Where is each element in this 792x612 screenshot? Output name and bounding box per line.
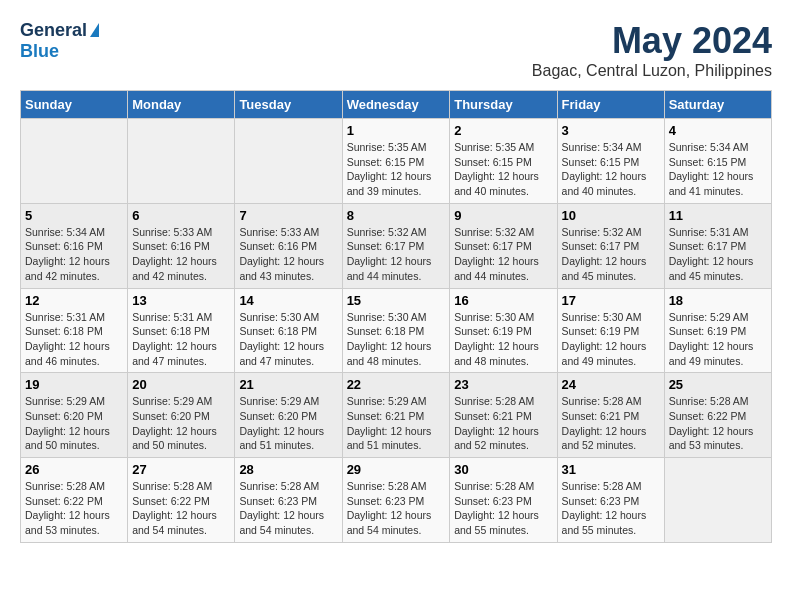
- calendar-cell: 15Sunrise: 5:30 AMSunset: 6:18 PMDayligh…: [342, 288, 450, 373]
- calendar-cell: 21Sunrise: 5:29 AMSunset: 6:20 PMDayligh…: [235, 373, 342, 458]
- calendar-cell: 31Sunrise: 5:28 AMSunset: 6:23 PMDayligh…: [557, 458, 664, 543]
- calendar-cell: 18Sunrise: 5:29 AMSunset: 6:19 PMDayligh…: [664, 288, 771, 373]
- day-number: 28: [239, 462, 337, 477]
- day-number: 9: [454, 208, 552, 223]
- day-info: Sunrise: 5:34 AMSunset: 6:15 PMDaylight:…: [562, 140, 660, 199]
- calendar-cell: 8Sunrise: 5:32 AMSunset: 6:17 PMDaylight…: [342, 203, 450, 288]
- day-number: 3: [562, 123, 660, 138]
- day-number: 12: [25, 293, 123, 308]
- day-number: 11: [669, 208, 767, 223]
- calendar-cell: 20Sunrise: 5:29 AMSunset: 6:20 PMDayligh…: [128, 373, 235, 458]
- day-info: Sunrise: 5:28 AMSunset: 6:22 PMDaylight:…: [132, 479, 230, 538]
- day-number: 8: [347, 208, 446, 223]
- day-number: 21: [239, 377, 337, 392]
- day-info: Sunrise: 5:29 AMSunset: 6:21 PMDaylight:…: [347, 394, 446, 453]
- month-year-title: May 2024: [532, 20, 772, 62]
- day-number: 10: [562, 208, 660, 223]
- day-number: 27: [132, 462, 230, 477]
- day-info: Sunrise: 5:32 AMSunset: 6:17 PMDaylight:…: [562, 225, 660, 284]
- calendar-cell: 28Sunrise: 5:28 AMSunset: 6:23 PMDayligh…: [235, 458, 342, 543]
- day-info: Sunrise: 5:28 AMSunset: 6:23 PMDaylight:…: [454, 479, 552, 538]
- calendar-cell: 4Sunrise: 5:34 AMSunset: 6:15 PMDaylight…: [664, 119, 771, 204]
- day-number: 30: [454, 462, 552, 477]
- day-info: Sunrise: 5:31 AMSunset: 6:17 PMDaylight:…: [669, 225, 767, 284]
- day-number: 1: [347, 123, 446, 138]
- logo-general-text: General: [20, 20, 87, 41]
- day-number: 25: [669, 377, 767, 392]
- day-number: 19: [25, 377, 123, 392]
- day-number: 6: [132, 208, 230, 223]
- calendar-cell: 9Sunrise: 5:32 AMSunset: 6:17 PMDaylight…: [450, 203, 557, 288]
- day-info: Sunrise: 5:29 AMSunset: 6:20 PMDaylight:…: [25, 394, 123, 453]
- day-number: 29: [347, 462, 446, 477]
- calendar-cell: 14Sunrise: 5:30 AMSunset: 6:18 PMDayligh…: [235, 288, 342, 373]
- day-info: Sunrise: 5:35 AMSunset: 6:15 PMDaylight:…: [347, 140, 446, 199]
- day-info: Sunrise: 5:34 AMSunset: 6:16 PMDaylight:…: [25, 225, 123, 284]
- calendar-cell: 17Sunrise: 5:30 AMSunset: 6:19 PMDayligh…: [557, 288, 664, 373]
- day-info: Sunrise: 5:33 AMSunset: 6:16 PMDaylight:…: [239, 225, 337, 284]
- calendar-cell: 23Sunrise: 5:28 AMSunset: 6:21 PMDayligh…: [450, 373, 557, 458]
- col-friday: Friday: [557, 91, 664, 119]
- day-info: Sunrise: 5:30 AMSunset: 6:18 PMDaylight:…: [347, 310, 446, 369]
- col-thursday: Thursday: [450, 91, 557, 119]
- day-number: 24: [562, 377, 660, 392]
- calendar-cell: 19Sunrise: 5:29 AMSunset: 6:20 PMDayligh…: [21, 373, 128, 458]
- calendar-cell: [21, 119, 128, 204]
- day-number: 20: [132, 377, 230, 392]
- logo-triangle-icon: [90, 23, 99, 37]
- day-number: 15: [347, 293, 446, 308]
- calendar-cell: [235, 119, 342, 204]
- day-number: 17: [562, 293, 660, 308]
- calendar-cell: 27Sunrise: 5:28 AMSunset: 6:22 PMDayligh…: [128, 458, 235, 543]
- day-info: Sunrise: 5:32 AMSunset: 6:17 PMDaylight:…: [454, 225, 552, 284]
- day-info: Sunrise: 5:28 AMSunset: 6:23 PMDaylight:…: [347, 479, 446, 538]
- calendar-week-row: 5Sunrise: 5:34 AMSunset: 6:16 PMDaylight…: [21, 203, 772, 288]
- day-info: Sunrise: 5:28 AMSunset: 6:21 PMDaylight:…: [454, 394, 552, 453]
- title-area: May 2024 Bagac, Central Luzon, Philippin…: [532, 20, 772, 80]
- col-tuesday: Tuesday: [235, 91, 342, 119]
- day-info: Sunrise: 5:35 AMSunset: 6:15 PMDaylight:…: [454, 140, 552, 199]
- calendar-table: Sunday Monday Tuesday Wednesday Thursday…: [20, 90, 772, 543]
- calendar-cell: 1Sunrise: 5:35 AMSunset: 6:15 PMDaylight…: [342, 119, 450, 204]
- calendar-cell: 7Sunrise: 5:33 AMSunset: 6:16 PMDaylight…: [235, 203, 342, 288]
- location-title: Bagac, Central Luzon, Philippines: [532, 62, 772, 80]
- col-saturday: Saturday: [664, 91, 771, 119]
- day-number: 16: [454, 293, 552, 308]
- logo-blue-text: Blue: [20, 41, 59, 61]
- day-info: Sunrise: 5:28 AMSunset: 6:23 PMDaylight:…: [562, 479, 660, 538]
- calendar-cell: 16Sunrise: 5:30 AMSunset: 6:19 PMDayligh…: [450, 288, 557, 373]
- calendar-week-row: 19Sunrise: 5:29 AMSunset: 6:20 PMDayligh…: [21, 373, 772, 458]
- calendar-cell: 3Sunrise: 5:34 AMSunset: 6:15 PMDaylight…: [557, 119, 664, 204]
- calendar-cell: 10Sunrise: 5:32 AMSunset: 6:17 PMDayligh…: [557, 203, 664, 288]
- calendar-cell: 25Sunrise: 5:28 AMSunset: 6:22 PMDayligh…: [664, 373, 771, 458]
- logo: General Blue: [20, 20, 99, 62]
- calendar-cell: [128, 119, 235, 204]
- day-number: 26: [25, 462, 123, 477]
- calendar-cell: 12Sunrise: 5:31 AMSunset: 6:18 PMDayligh…: [21, 288, 128, 373]
- day-info: Sunrise: 5:34 AMSunset: 6:15 PMDaylight:…: [669, 140, 767, 199]
- day-info: Sunrise: 5:33 AMSunset: 6:16 PMDaylight:…: [132, 225, 230, 284]
- day-info: Sunrise: 5:28 AMSunset: 6:23 PMDaylight:…: [239, 479, 337, 538]
- day-info: Sunrise: 5:29 AMSunset: 6:19 PMDaylight:…: [669, 310, 767, 369]
- day-number: 5: [25, 208, 123, 223]
- calendar-cell: [664, 458, 771, 543]
- calendar-week-row: 12Sunrise: 5:31 AMSunset: 6:18 PMDayligh…: [21, 288, 772, 373]
- calendar-cell: 26Sunrise: 5:28 AMSunset: 6:22 PMDayligh…: [21, 458, 128, 543]
- calendar-cell: 5Sunrise: 5:34 AMSunset: 6:16 PMDaylight…: [21, 203, 128, 288]
- day-info: Sunrise: 5:31 AMSunset: 6:18 PMDaylight:…: [132, 310, 230, 369]
- day-number: 13: [132, 293, 230, 308]
- calendar-week-row: 26Sunrise: 5:28 AMSunset: 6:22 PMDayligh…: [21, 458, 772, 543]
- col-sunday: Sunday: [21, 91, 128, 119]
- calendar-cell: 13Sunrise: 5:31 AMSunset: 6:18 PMDayligh…: [128, 288, 235, 373]
- day-number: 22: [347, 377, 446, 392]
- day-number: 31: [562, 462, 660, 477]
- day-info: Sunrise: 5:32 AMSunset: 6:17 PMDaylight:…: [347, 225, 446, 284]
- day-info: Sunrise: 5:30 AMSunset: 6:19 PMDaylight:…: [454, 310, 552, 369]
- day-number: 2: [454, 123, 552, 138]
- calendar-cell: 2Sunrise: 5:35 AMSunset: 6:15 PMDaylight…: [450, 119, 557, 204]
- calendar-cell: 30Sunrise: 5:28 AMSunset: 6:23 PMDayligh…: [450, 458, 557, 543]
- day-info: Sunrise: 5:28 AMSunset: 6:21 PMDaylight:…: [562, 394, 660, 453]
- calendar-cell: 11Sunrise: 5:31 AMSunset: 6:17 PMDayligh…: [664, 203, 771, 288]
- day-number: 4: [669, 123, 767, 138]
- col-monday: Monday: [128, 91, 235, 119]
